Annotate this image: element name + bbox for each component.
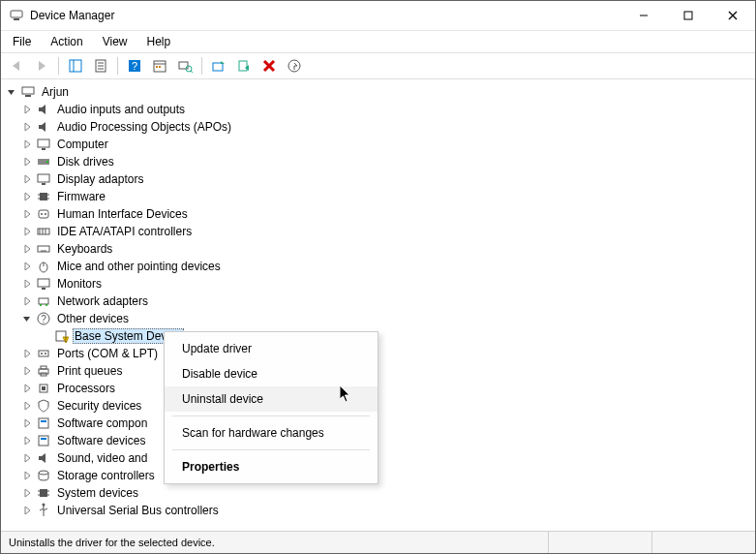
chevron-right-icon[interactable] <box>20 486 34 500</box>
toolbar-separator <box>58 57 59 75</box>
tree-node[interactable]: Disk drives <box>1 153 755 170</box>
chevron-right-icon[interactable] <box>20 469 34 482</box>
cm-uninstall-device[interactable]: Uninstall device <box>165 386 378 412</box>
close-button[interactable] <box>711 1 755 30</box>
tree-node-label: Audio Processing Objects (APOs) <box>55 120 233 134</box>
device-tree[interactable]: ArjunAudio inputs and outputsAudio Proce… <box>1 79 755 531</box>
calendar-icon[interactable] <box>148 54 171 77</box>
tree-node[interactable]: Arjun <box>1 83 755 101</box>
tree-node[interactable]: Mice and other pointing devices <box>1 258 755 275</box>
network-icon <box>36 293 51 309</box>
tree-node[interactable]: Keyboards <box>1 240 755 258</box>
chip-icon <box>36 189 51 204</box>
monitor-icon <box>36 276 51 292</box>
chip-icon <box>36 485 51 501</box>
menu-action[interactable]: Action <box>41 33 92 50</box>
speaker-icon <box>36 119 51 135</box>
tree-node[interactable]: System devices <box>1 484 755 502</box>
scan-hardware-icon[interactable] <box>173 54 197 77</box>
menu-view[interactable]: View <box>93 33 137 50</box>
window-title: Device Manager <box>30 9 621 22</box>
tree-node[interactable]: Audio Processing Objects (APOs) <box>1 118 755 136</box>
chevron-right-icon[interactable] <box>20 172 34 186</box>
chevron-right-icon[interactable] <box>20 225 34 238</box>
tree-node[interactable]: Audio inputs and outputs <box>1 101 755 118</box>
tree-node-label: Display adaptors <box>55 172 145 186</box>
chevron-right-icon[interactable] <box>20 504 34 517</box>
show-hide-tree-icon[interactable] <box>64 54 87 77</box>
chevron-right-icon[interactable] <box>20 207 34 221</box>
cm-properties[interactable]: Properties <box>165 454 378 479</box>
add-legacy-icon[interactable] <box>283 54 306 77</box>
svg-rect-69 <box>41 420 46 422</box>
chevron-right-icon[interactable] <box>20 277 34 291</box>
tree-node[interactable]: Human Interface Devices <box>1 205 755 223</box>
minimize-button[interactable] <box>621 1 666 30</box>
cm-disable-device[interactable]: Disable device <box>165 361 378 386</box>
device-manager-window: Device Manager FileActionViewHelp ? Arju… <box>0 0 756 554</box>
keyboard-icon <box>36 241 51 257</box>
chevron-right-icon[interactable] <box>20 190 34 203</box>
chevron-right-icon[interactable] <box>20 347 34 360</box>
tree-node[interactable]: Display adaptors <box>1 170 755 188</box>
tree-node[interactable]: Firmware <box>1 188 755 205</box>
chevron-right-icon[interactable] <box>20 138 34 151</box>
hid-icon <box>36 206 51 222</box>
mouse-icon <box>36 259 51 274</box>
svg-rect-1 <box>14 18 19 20</box>
chevron-right-icon[interactable] <box>20 294 34 308</box>
chevron-right-icon[interactable] <box>20 434 34 447</box>
chevron-right-icon[interactable] <box>20 103 34 116</box>
menu-file[interactable]: File <box>3 33 41 50</box>
svg-point-78 <box>43 504 45 507</box>
chevron-right-icon[interactable] <box>20 155 34 169</box>
chevron-right-icon[interactable] <box>20 242 34 256</box>
help-icon[interactable]: ? <box>123 54 146 77</box>
svg-point-62 <box>45 353 46 354</box>
chevron-right-icon[interactable] <box>20 364 34 378</box>
status-cell-2 <box>549 532 652 553</box>
enable-device-icon[interactable] <box>232 54 256 77</box>
context-menu-separator <box>172 416 370 416</box>
chevron-right-icon[interactable] <box>20 451 34 465</box>
maximize-button[interactable] <box>666 1 711 30</box>
tree-node-label: Other devices <box>55 312 131 325</box>
update-driver-icon[interactable] <box>207 54 230 77</box>
menu-help[interactable]: Help <box>137 33 181 50</box>
security-icon <box>36 398 51 414</box>
tree-node-label: Arjun <box>40 85 71 99</box>
chevron-down-icon[interactable] <box>20 312 34 325</box>
svg-point-40 <box>41 213 43 215</box>
chevron-right-icon[interactable] <box>20 260 34 273</box>
cm-scan-hardware[interactable]: Scan for hardware changes <box>165 420 378 446</box>
tree-node-label: Sound, video and <box>55 451 149 465</box>
svg-rect-17 <box>159 66 161 68</box>
chevron-right-icon[interactable] <box>20 416 34 430</box>
tree-node-label: Software compon <box>55 416 149 430</box>
tree-node[interactable]: ?Other devices <box>1 310 755 327</box>
tree-node-label: Audio inputs and outputs <box>55 103 187 116</box>
tree-node-label: Print queues <box>55 364 124 378</box>
uninstall-icon[interactable] <box>257 54 281 77</box>
titlebar: Device Manager <box>1 1 755 31</box>
tree-node[interactable]: Computer <box>1 136 755 153</box>
chevron-right-icon[interactable] <box>20 382 34 395</box>
cm-update-driver[interactable]: Update driver <box>165 336 378 361</box>
chevron-down-icon[interactable] <box>5 85 18 99</box>
tree-node-label: Software devices <box>55 434 147 447</box>
chevron-right-icon[interactable] <box>20 120 34 134</box>
chevron-right-icon[interactable] <box>20 399 34 413</box>
tree-node[interactable]: Monitors <box>1 275 755 292</box>
svg-rect-39 <box>39 210 48 218</box>
ide-icon <box>36 224 51 239</box>
tree-node[interactable]: Universal Serial Bus controllers <box>1 502 755 519</box>
svg-rect-52 <box>39 298 48 304</box>
tree-node[interactable]: Network adapters <box>1 292 755 310</box>
svg-rect-70 <box>39 436 48 446</box>
other-icon: ? <box>36 311 51 326</box>
back-icon <box>5 54 28 77</box>
properties-icon[interactable] <box>89 54 112 77</box>
port-icon <box>36 346 51 361</box>
svg-rect-68 <box>39 418 48 428</box>
tree-node[interactable]: IDE ATA/ATAPI controllers <box>1 223 755 240</box>
